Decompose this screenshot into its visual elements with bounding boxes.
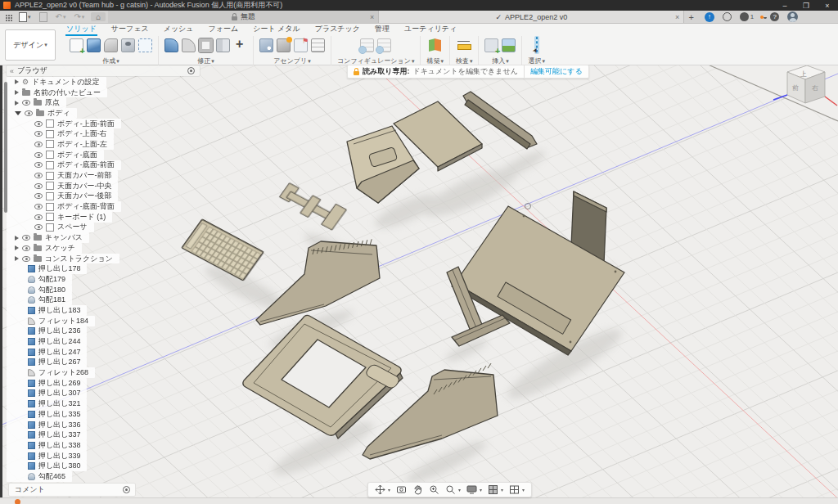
close-tab-icon[interactable]: ×	[675, 13, 679, 21]
configuration-table-icon[interactable]	[377, 38, 391, 52]
timeline-marker[interactable]	[15, 499, 20, 504]
timeline-strip[interactable]	[0, 497, 838, 504]
avatar[interactable]	[787, 11, 798, 22]
extrude-icon[interactable]	[87, 38, 101, 52]
visibility-eye-icon[interactable]	[34, 152, 43, 158]
visibility-eye-icon[interactable]	[34, 142, 43, 147]
workspace-tab-2[interactable]: メッシュ	[163, 24, 195, 36]
visibility-eye-icon[interactable]	[25, 110, 33, 116]
press-pull-icon[interactable]	[164, 38, 178, 52]
browser-item-10[interactable]: 天面カバー-中央	[7, 181, 118, 191]
insert-derive-icon[interactable]	[484, 38, 498, 52]
workspace-selector-design[interactable]: デザイン	[5, 29, 56, 61]
browser-item-34[interactable]: 押し出し337	[7, 430, 87, 440]
workspace-tab-6[interactable]: 管理	[374, 24, 390, 36]
comments-options-icon[interactable]	[123, 486, 130, 493]
viewports-icon[interactable]	[509, 484, 520, 495]
browser-item-23[interactable]: フィレット184	[7, 316, 95, 326]
browser-item-7[interactable]: ボディ-底面	[7, 150, 104, 160]
browser-item-3[interactable]: ボディ	[7, 108, 77, 119]
browser-item-14[interactable]: スペーサ	[7, 223, 94, 233]
group-label[interactable]: 作成	[102, 56, 119, 65]
expand-arrow-icon[interactable]	[15, 79, 19, 84]
browser-item-20[interactable]: 勾配180	[7, 285, 72, 295]
orbit-icon[interactable]	[375, 484, 385, 495]
grid-settings-icon[interactable]	[488, 484, 498, 495]
browser-item-15[interactable]: キャンバス	[7, 232, 89, 243]
browser-item-31[interactable]: 押し出し321	[7, 398, 87, 409]
browser-item-32[interactable]: 押し出し335	[7, 409, 87, 420]
visibility-eye-icon[interactable]	[34, 224, 43, 230]
comments-bar[interactable]: コメント	[8, 483, 136, 497]
workspace-tab-5[interactable]: プラスチック	[314, 24, 361, 36]
select-tool-icon[interactable]	[536, 37, 538, 52]
workspace-tab-1[interactable]: サーフェス	[110, 24, 150, 36]
workspace-tab-7[interactable]: ユーティリティ	[403, 24, 457, 36]
browser-item-36[interactable]: 押し出し339	[7, 451, 87, 461]
visibility-eye-icon[interactable]	[22, 245, 30, 251]
display-settings-icon[interactable]	[466, 484, 477, 495]
pan-icon[interactable]	[412, 484, 423, 495]
visibility-eye-icon[interactable]	[34, 204, 43, 209]
canvas-image-icon[interactable]	[502, 38, 516, 52]
maximize-button[interactable]: ❐	[795, 2, 817, 10]
browser-header[interactable]: « ブラウザ	[7, 65, 200, 76]
visibility-eye-icon[interactable]	[34, 193, 43, 199]
browser-item-17[interactable]: コンストラクション	[7, 254, 119, 264]
collapse-panel-icon[interactable]: «	[10, 67, 14, 75]
browser-item-25[interactable]: 押し出し244	[7, 336, 87, 347]
browser-item-29[interactable]: 押し出し269	[7, 378, 87, 389]
browser-item-11[interactable]: 天面カバー-後部	[7, 191, 118, 202]
browser-item-16[interactable]: スケッチ	[7, 243, 82, 254]
look-at-icon[interactable]	[396, 484, 407, 495]
app-grid-icon[interactable]	[0, 11, 15, 23]
create-sketch-icon[interactable]	[70, 38, 83, 52]
workspace-tab-4[interactable]: シート メタル	[252, 24, 301, 36]
expand-arrow-icon[interactable]	[15, 256, 19, 261]
browser-item-37[interactable]: 押し出し380	[7, 461, 87, 471]
home-icon[interactable]: ⌂	[91, 12, 106, 21]
browser-item-6[interactable]: ボディ-上面-左	[7, 139, 114, 150]
new-component-icon[interactable]	[259, 38, 273, 52]
visibility-eye-icon[interactable]	[34, 131, 43, 137]
tab-apple2-open2[interactable]: ✓ APPLE2_open2 v0 ×	[379, 11, 684, 23]
browser-options-icon[interactable]	[187, 67, 195, 74]
configuration-icon[interactable]	[360, 38, 374, 52]
zoom-icon[interactable]	[429, 484, 439, 495]
workspace-tab-0[interactable]: ソリッド	[65, 24, 97, 36]
combine-icon[interactable]	[216, 38, 230, 52]
visibility-eye-icon[interactable]	[22, 235, 30, 241]
browser-item-0[interactable]: ⚙ドキュメントの設定	[7, 77, 106, 88]
move-copy-icon[interactable]	[233, 38, 247, 52]
browser-item-22[interactable]: 押し出し183	[7, 305, 87, 316]
browser-item-26[interactable]: 押し出し247	[7, 347, 87, 358]
browser-item-8[interactable]: ボディ-底面-前面	[7, 160, 121, 171]
data-panel-edge[interactable]	[0, 65, 2, 497]
notification-center-icon[interactable]: 1	[740, 12, 754, 21]
help-icon[interactable]: ?	[770, 12, 779, 21]
browser-scrollbar-thumb[interactable]	[4, 82, 7, 213]
browser-item-35[interactable]: 押し出し338	[7, 440, 87, 451]
visibility-eye-icon[interactable]	[34, 214, 43, 220]
extensions-icon[interactable]	[723, 12, 732, 21]
browser-item-19[interactable]: 勾配179	[7, 274, 72, 285]
visibility-eye-icon[interactable]	[22, 256, 30, 262]
expand-arrow-icon[interactable]	[15, 101, 19, 106]
browser-item-1[interactable]: 名前の付いたビュー	[7, 88, 107, 98]
browser-item-2[interactable]: 原点	[7, 97, 66, 108]
file-menu-icon[interactable]	[15, 11, 35, 23]
minimize-button[interactable]: –	[774, 2, 795, 10]
browser-item-28[interactable]: フィレット268	[7, 367, 95, 378]
fit-icon[interactable]	[445, 484, 456, 495]
browser-item-9[interactable]: 天面カバー-前部	[7, 170, 118, 181]
save-icon[interactable]	[35, 11, 52, 23]
browser-item-13[interactable]: キーボード (1)	[7, 212, 112, 223]
browser-item-12[interactable]: ボディ-底面-背面	[7, 201, 121, 212]
expand-arrow-icon[interactable]	[15, 245, 19, 250]
expand-arrow-icon[interactable]	[15, 111, 21, 115]
measure-icon[interactable]	[457, 38, 471, 52]
browser-item-4[interactable]: ボディ-上面-前面	[7, 119, 121, 129]
visibility-eye-icon[interactable]	[34, 173, 43, 178]
browser-item-5[interactable]: ボディ-上面-右	[7, 128, 114, 139]
group-label[interactable]: アセンブリ	[273, 56, 310, 65]
